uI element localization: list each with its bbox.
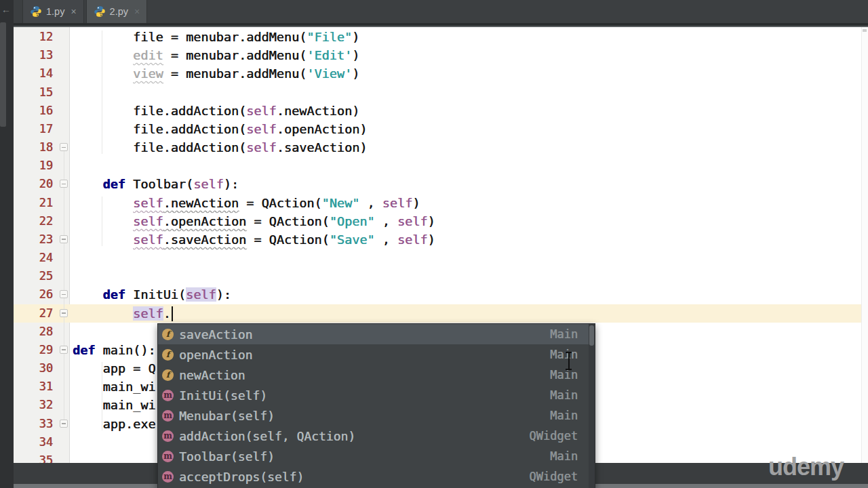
code-line-24[interactable]: 24 bbox=[14, 249, 868, 268]
completion-item-saveaction[interactable]: fsaveActionMain bbox=[158, 324, 595, 344]
ibeam-mouse-cursor bbox=[564, 352, 573, 370]
completion-label: acceptDrops(self) bbox=[179, 470, 529, 484]
line-number: 12 bbox=[14, 28, 53, 46]
line-number: 21 bbox=[14, 194, 53, 212]
tab-2py-label: 2.py bbox=[110, 6, 128, 17]
code-text: file.addAction(self.saveAction) bbox=[73, 138, 367, 157]
line-number: 26 bbox=[14, 285, 53, 304]
code-text: main_wi bbox=[73, 396, 156, 414]
line-number: 29 bbox=[14, 341, 53, 359]
popup-scrollbar-thumb[interactable] bbox=[589, 325, 594, 346]
code-text: edit = menubar.addMenu('Edit') bbox=[73, 46, 359, 64]
line-number: 28 bbox=[14, 323, 53, 341]
method-icon: m bbox=[162, 451, 174, 462]
line-number: 24 bbox=[14, 249, 53, 267]
code-text: self.newAction = QAction("New" , self) bbox=[73, 194, 420, 212]
line-number: 35 bbox=[14, 451, 53, 463]
line-number: 32 bbox=[14, 396, 53, 414]
completion-item-addaction-self-qaction-[interactable]: maddAction(self, QAction)QWidget bbox=[158, 426, 595, 446]
python-file-icon bbox=[30, 5, 42, 18]
udemy-watermark: udemy bbox=[768, 453, 844, 481]
line-number: 14 bbox=[14, 64, 53, 83]
editor-tab-bar: 1.py × 2.py × bbox=[14, 0, 868, 23]
code-line-22[interactable]: 22 self.openAction = QAction("Open" , se… bbox=[14, 212, 868, 231]
code-line-26[interactable]: 26 def InitUi(self): bbox=[14, 285, 868, 304]
line-number: 23 bbox=[14, 230, 53, 249]
code-text: self. bbox=[73, 304, 171, 323]
field-icon: f bbox=[162, 329, 174, 340]
editor-scrollbar-track[interactable] bbox=[861, 27, 868, 463]
code-line-25[interactable]: 25 bbox=[14, 267, 868, 286]
code-line-12[interactable]: 12 file = menubar.addMenu("File") bbox=[14, 28, 868, 47]
completion-label: addAction(self, QAction) bbox=[179, 429, 529, 443]
code-line-21[interactable]: 21 self.newAction = QAction("New" , self… bbox=[14, 194, 868, 213]
completion-item-menubar-self-[interactable]: mMenubar(self)Main bbox=[158, 405, 595, 426]
tab-2py-close-icon[interactable]: × bbox=[134, 6, 140, 17]
completion-origin: Main bbox=[550, 388, 578, 402]
completion-item-toolbar-self-[interactable]: mToolbar(self)Main bbox=[158, 446, 595, 466]
tab-2py[interactable]: 2.py × bbox=[86, 0, 148, 23]
completion-origin: QWidget bbox=[529, 429, 578, 443]
completion-item-initui-self-[interactable]: mInitUi(self)Main bbox=[158, 385, 595, 405]
code-line-13[interactable]: 13 edit = menubar.addMenu('Edit') bbox=[14, 46, 868, 65]
text-caret bbox=[172, 306, 173, 321]
code-line-19[interactable]: 19 bbox=[14, 157, 868, 176]
completion-item-newaction[interactable]: fnewActionMain bbox=[158, 365, 595, 385]
line-number: 17 bbox=[14, 120, 53, 138]
python-file-icon bbox=[94, 5, 106, 18]
tabbar-border-line bbox=[14, 26, 868, 27]
line-number: 19 bbox=[14, 157, 53, 175]
method-icon: m bbox=[162, 390, 174, 401]
code-text: file = menubar.addMenu("File") bbox=[73, 28, 359, 46]
left-scrollbar-thumb[interactable] bbox=[0, 22, 6, 127]
autocomplete-popup: fsaveActionMainfopenActionMainfnewAction… bbox=[157, 323, 595, 488]
code-text: app = Q bbox=[73, 359, 156, 378]
code-line-27[interactable]: 27 self. bbox=[14, 304, 868, 323]
code-line-14[interactable]: 14 view = menubar.addMenu('View') bbox=[14, 64, 868, 83]
completion-label: Menubar(self) bbox=[179, 409, 550, 423]
code-line-17[interactable]: 17 file.addAction(self.openAction) bbox=[14, 120, 868, 139]
field-icon: f bbox=[162, 369, 174, 381]
completion-origin: Main bbox=[550, 409, 578, 422]
error-stripe-mark bbox=[863, 29, 867, 32]
completion-label: saveAction bbox=[179, 327, 550, 342]
completion-label: openAction bbox=[179, 348, 550, 362]
code-line-20[interactable]: 20 def Toolbar(self): bbox=[14, 175, 868, 194]
line-number: 34 bbox=[14, 433, 53, 451]
completion-item-acceptdrops-self-[interactable]: macceptDrops(self)QWidget bbox=[158, 466, 595, 487]
code-line-16[interactable]: 16 file.addAction(self.newAction) bbox=[14, 102, 868, 121]
line-number: 15 bbox=[14, 83, 53, 102]
code-line-23[interactable]: 23 self.saveAction = QAction("Save" , se… bbox=[14, 230, 868, 249]
back-arrow-icon[interactable]: ← bbox=[1, 4, 11, 15]
code-line-18[interactable]: 18 file.addAction(self.saveAction) bbox=[14, 138, 868, 157]
code-text: def main(): bbox=[73, 341, 156, 359]
tab-1py-close-icon[interactable]: × bbox=[71, 6, 76, 17]
completion-label: newAction bbox=[179, 368, 550, 382]
tab-1py[interactable]: 1.py × bbox=[22, 0, 84, 23]
code-text: def InitUi(self): bbox=[73, 285, 231, 304]
line-number: 31 bbox=[14, 378, 53, 396]
code-text: file.addAction(self.openAction) bbox=[73, 120, 367, 138]
left-tool-strip: ← bbox=[0, 0, 14, 488]
code-text: main_wi bbox=[73, 378, 156, 396]
completion-origin: QWidget bbox=[529, 470, 578, 483]
line-number: 25 bbox=[14, 267, 53, 285]
line-number: 30 bbox=[14, 359, 53, 378]
method-icon: m bbox=[162, 471, 174, 483]
code-text: file.addAction(self.newAction) bbox=[73, 102, 359, 120]
line-number: 16 bbox=[14, 102, 53, 120]
ide-window: ← 1.py × 2.py × 12 bbox=[0, 0, 868, 488]
method-icon: m bbox=[162, 410, 174, 422]
popup-scrollbar-track[interactable] bbox=[589, 324, 595, 488]
line-number: 13 bbox=[14, 46, 53, 64]
code-text: view = menubar.addMenu('View') bbox=[73, 64, 359, 83]
code-text: self.openAction = QAction("Open" , self) bbox=[73, 212, 435, 230]
line-number: 18 bbox=[14, 138, 53, 157]
completion-item-openaction[interactable]: fopenActionMain bbox=[158, 344, 595, 365]
tab-1py-label: 1.py bbox=[46, 6, 64, 17]
line-number: 27 bbox=[14, 304, 53, 323]
field-icon: f bbox=[162, 349, 174, 361]
completion-origin: Main bbox=[550, 449, 578, 463]
code-line-15[interactable]: 15 bbox=[14, 83, 868, 102]
completion-label: InitUi(self) bbox=[179, 388, 550, 403]
